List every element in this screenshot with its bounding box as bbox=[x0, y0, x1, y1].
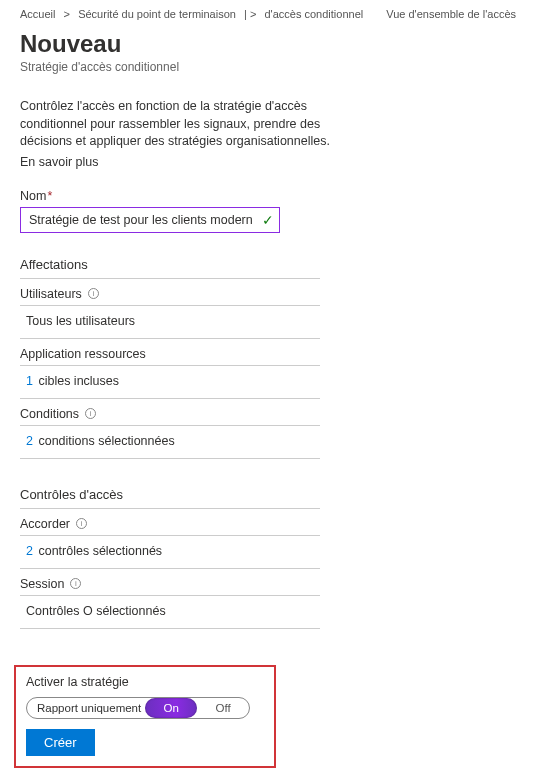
toggle-off[interactable]: Off bbox=[197, 698, 249, 718]
page-subtitle: Stratégie d'accès conditionnel bbox=[20, 60, 516, 74]
access-controls-heading: Contrôles d'accès bbox=[20, 481, 320, 509]
breadcrumb-cond[interactable]: d'accès conditionnel bbox=[264, 8, 363, 20]
conditions-subhead[interactable]: Conditions i bbox=[20, 399, 320, 426]
users-value[interactable]: Tous les utilisateurs bbox=[20, 306, 320, 339]
session-subhead[interactable]: Session i bbox=[20, 569, 320, 596]
grant-value[interactable]: 2 contrôles sélectionnés bbox=[20, 536, 320, 569]
grant-subhead[interactable]: Accorder i bbox=[20, 509, 320, 536]
enable-policy-toggle[interactable]: Rapport uniquement On Off bbox=[26, 697, 250, 719]
breadcrumb-endpoint[interactable]: Sécurité du point de terminaison bbox=[78, 8, 236, 20]
apps-subhead[interactable]: Application ressources bbox=[20, 339, 320, 366]
info-icon[interactable]: i bbox=[76, 518, 87, 529]
apps-value[interactable]: 1 cibles incluses bbox=[20, 366, 320, 399]
footer-highlight: Activer la stratégie Rapport uniquement … bbox=[14, 665, 276, 768]
info-icon[interactable]: i bbox=[85, 408, 96, 419]
breadcrumb: Accueil > Sécurité du point de terminais… bbox=[20, 8, 516, 20]
learn-more-link[interactable]: En savoir plus bbox=[20, 155, 516, 169]
toggle-on[interactable]: On bbox=[145, 698, 197, 718]
description-text: Contrôlez l'accès en fonction de la stra… bbox=[20, 98, 340, 151]
users-subhead[interactable]: Utilisateurs i bbox=[20, 279, 320, 306]
breadcrumb-home[interactable]: Accueil bbox=[20, 8, 55, 20]
name-label: Nom* bbox=[20, 189, 516, 203]
conditions-value[interactable]: 2 conditions sélectionnées bbox=[20, 426, 320, 459]
info-icon[interactable]: i bbox=[70, 578, 81, 589]
required-asterisk: * bbox=[47, 189, 52, 203]
name-input[interactable] bbox=[20, 207, 280, 233]
assignments-heading: Affectations bbox=[20, 251, 320, 279]
create-button[interactable]: Créer bbox=[26, 729, 95, 756]
toggle-report-only[interactable]: Rapport uniquement bbox=[27, 698, 145, 718]
check-icon: ✓ bbox=[262, 212, 274, 228]
page-title: Nouveau bbox=[20, 30, 516, 58]
info-icon[interactable]: i bbox=[88, 288, 99, 299]
enable-policy-label: Activer la stratégie bbox=[26, 675, 264, 689]
session-value[interactable]: Contrôles O sélectionnés bbox=[20, 596, 320, 629]
breadcrumb-overview[interactable]: Vue d'ensemble de l'accès conditionnel |… bbox=[386, 8, 516, 20]
